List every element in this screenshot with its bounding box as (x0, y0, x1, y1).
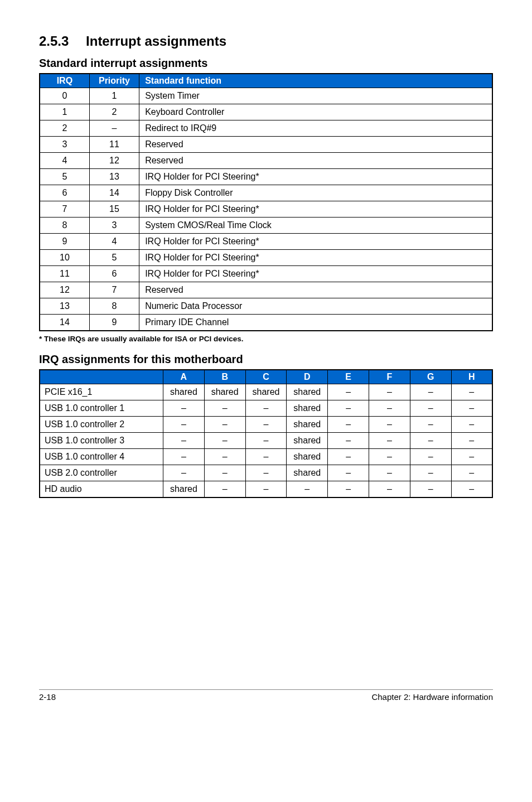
irq-cell: – (369, 433, 410, 449)
std-function-cell: IRQ Holder for PCI Steering* (139, 169, 492, 185)
irq-cell: – (369, 384, 410, 400)
irq-header-cell: E (328, 370, 369, 384)
irq-cell: – (204, 465, 245, 481)
table-row: 83System CMOS/Real Time Clock (40, 218, 492, 234)
std-priority-cell: – (89, 120, 139, 137)
irq-cell: – (369, 400, 410, 417)
irq-cell: – (328, 449, 369, 465)
table-row: 138Numeric Data Processor (40, 298, 492, 315)
irq-header-cell: F (369, 370, 410, 384)
irq-row-name: HD audio (40, 481, 163, 498)
irq-cell: – (163, 433, 204, 449)
irq-cell: – (328, 433, 369, 449)
table-row: USB 2.0 controller–––shared–––– (40, 465, 492, 481)
std-header-irq: IRQ (40, 74, 89, 88)
irq-cell: – (328, 481, 369, 498)
irq-cell: – (451, 400, 492, 417)
std-function-cell: Floppy Disk Controller (139, 185, 492, 201)
std-irq-cell: 1 (40, 104, 89, 120)
irq-cell: – (410, 449, 451, 465)
std-function-cell: IRQ Holder for PCI Steering* (139, 201, 492, 218)
std-function-cell: Numeric Data Processor (139, 298, 492, 315)
irq-cell: – (369, 417, 410, 433)
irq-cell: – (328, 400, 369, 417)
std-priority-cell: 13 (89, 169, 139, 185)
irq-cell: shared (287, 417, 328, 433)
std-irq-cell: 10 (40, 250, 89, 266)
std-priority-cell: 9 (89, 315, 139, 331)
irq-cell: – (163, 449, 204, 465)
std-irq-cell: 0 (40, 88, 89, 104)
std-function-cell: Keyboard Controller (139, 104, 492, 120)
irq-cell: – (163, 400, 204, 417)
std-irq-cell: 3 (40, 137, 89, 153)
std-priority-cell: 14 (89, 185, 139, 201)
table-row: 2–Redirect to IRQ#9 (40, 120, 492, 137)
std-irq-cell: 4 (40, 153, 89, 169)
table-row: 614Floppy Disk Controller (40, 185, 492, 201)
std-priority-cell: 8 (89, 298, 139, 315)
table-row: 715IRQ Holder for PCI Steering* (40, 201, 492, 218)
irq-cell: – (245, 400, 287, 417)
std-function-cell: Reserved (139, 153, 492, 169)
table-row: 12Keyboard Controller (40, 104, 492, 120)
irq-cell: shared (287, 384, 328, 400)
table-row: USB 1.0 controller 4–––shared–––– (40, 449, 492, 465)
std-irq-cell: 9 (40, 234, 89, 250)
irq-cell: – (451, 481, 492, 498)
std-function-cell: IRQ Holder for PCI Steering* (139, 234, 492, 250)
std-function-cell: System Timer (139, 88, 492, 104)
irq-cell: – (451, 465, 492, 481)
page-footer: 2-18 Chapter 2: Hardware information (39, 689, 493, 702)
std-priority-cell: 15 (89, 201, 139, 218)
irq-cell: – (328, 465, 369, 481)
irq-cell: shared (245, 384, 287, 400)
std-irq-cell: 2 (40, 120, 89, 137)
table-row: 412Reserved (40, 153, 492, 169)
irq-cell: – (410, 400, 451, 417)
table-row: USB 1.0 controller 1–––shared–––– (40, 400, 492, 417)
std-function-cell: Reserved (139, 282, 492, 298)
std-priority-cell: 6 (89, 266, 139, 282)
irq-cell: – (451, 449, 492, 465)
std-function-cell: Redirect to IRQ#9 (139, 120, 492, 137)
std-irq-cell: 6 (40, 185, 89, 201)
irq-header-cell: H (451, 370, 492, 384)
irq-header-cell (40, 370, 163, 384)
irq-header-cell: B (204, 370, 245, 384)
std-header-function: Standard function (139, 74, 492, 88)
irq-cell: – (410, 417, 451, 433)
std-irq-cell: 8 (40, 218, 89, 234)
table-row: PCIE x16_1sharedsharedsharedshared–––– (40, 384, 492, 400)
std-priority-cell: 7 (89, 282, 139, 298)
table-row: 513IRQ Holder for PCI Steering* (40, 169, 492, 185)
irq-subtitle: IRQ assignments for this motherboard (39, 353, 493, 366)
table-row: 127Reserved (40, 282, 492, 298)
irq-cell: – (369, 449, 410, 465)
table-row: 94IRQ Holder for PCI Steering* (40, 234, 492, 250)
irq-cell: – (204, 481, 245, 498)
irq-cell: – (245, 433, 287, 449)
table-row: 116IRQ Holder for PCI Steering* (40, 266, 492, 282)
irq-cell: – (245, 449, 287, 465)
irq-row-name: USB 1.0 controller 1 (40, 400, 163, 417)
std-priority-cell: 5 (89, 250, 139, 266)
irq-cell: shared (287, 465, 328, 481)
irq-row-name: USB 1.0 controller 2 (40, 417, 163, 433)
irq-header-cell: C (245, 370, 287, 384)
irq-cell: – (328, 384, 369, 400)
irq-row-name: USB 1.0 controller 3 (40, 433, 163, 449)
irq-header-cell: A (163, 370, 204, 384)
std-function-cell: Reserved (139, 137, 492, 153)
irq-cell: – (163, 417, 204, 433)
std-priority-cell: 11 (89, 137, 139, 153)
irq-cell: – (451, 433, 492, 449)
std-priority-cell: 1 (89, 88, 139, 104)
irq-cell: – (369, 481, 410, 498)
std-irq-cell: 11 (40, 266, 89, 282)
irq-header-cell: G (410, 370, 451, 384)
irq-cell: – (410, 481, 451, 498)
irq-cell: – (410, 465, 451, 481)
std-priority-cell: 2 (89, 104, 139, 120)
irq-row-name: PCIE x16_1 (40, 384, 163, 400)
